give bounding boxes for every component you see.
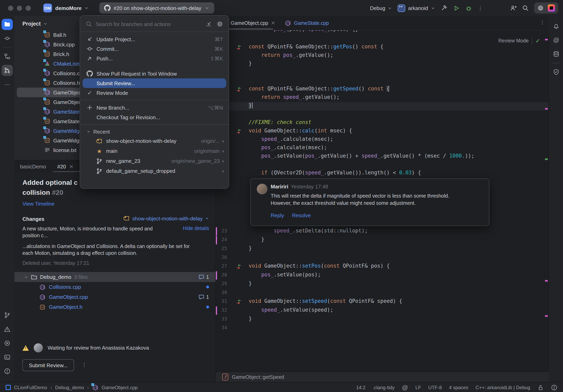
code-line[interactable] [216,68,549,77]
debug-config-selector[interactable]: Debug [370,5,392,11]
reply-link[interactable]: Reply [271,212,284,218]
code-line[interactable]: } [216,60,549,68]
settings-gear-icon[interactable] [537,5,544,11]
code-line[interactable]: 34 [216,324,549,332]
pr-file-GameObject.cpp[interactable]: CGameObject.cpp1 [14,292,216,302]
pr-file-GameObject.h[interactable]: HGameObject.h [14,302,216,312]
changed-lines-arrows-icon[interactable] [236,128,242,135]
code-line[interactable]: const QPointF& GameObject::getSpeed() co… [216,85,549,94]
resolve-link[interactable]: Resolve [292,212,311,218]
terminal-icon[interactable] [2,352,13,363]
services-icon[interactable] [2,338,13,349]
ai-assistant-icon[interactable]: @ [402,384,408,391]
ai-assistant-icon[interactable]: @ [550,34,562,46]
breadcrumb-item[interactable]: Debug_demo [55,385,84,390]
commit-icon[interactable] [2,33,13,44]
code-line[interactable]: return speed_.getValue(); [216,94,549,102]
pr-files-group-row[interactable]: Debug_demo 3 files 1 [14,272,216,282]
menu-item-update-project-[interactable]: Update Project...⌘T [80,34,229,44]
caret-position[interactable]: 14:2 [356,385,366,390]
gear-icon[interactable] [217,21,223,27]
close-icon[interactable]: ✕ [271,20,275,26]
notifications-bell-icon[interactable] [550,20,562,32]
menu-item-review-mode[interactable]: ✓Review Mode [80,88,229,98]
project-name[interactable]: demoMore [55,5,81,11]
menu-item-show-object-motion-with-delay[interactable]: show-object-motion-with-delayorigin/...› [80,136,229,146]
menu-item-show-pull-request-in-tool-window[interactable]: Show Pull Request in Tool Window [80,69,229,78]
indent-widget[interactable]: 4 spaces [449,385,468,390]
breadcrumbs[interactable]: CLionFullDemo›Debug_demo›CGameObject.cpp [0,384,138,391]
structure-icon[interactable] [2,51,13,62]
code-line[interactable]: if (QVector2D(speed_.getValue()).length(… [216,169,549,178]
code-line[interactable]: 27void GameObject::setPos(const QPointF&… [216,262,549,271]
code-line[interactable] [216,161,549,169]
code-line[interactable]: 29} [216,280,549,288]
editor-tab-GameState.cpp[interactable]: CGameState.cpp [280,16,334,30]
encoding-widget[interactable]: UTF-8 [428,385,442,390]
code-line[interactable]: pos_.setValue(pos_.getValue() + speed_.g… [216,152,549,161]
code-line[interactable]: //FIXME: check const [216,119,549,127]
menu-item-new-branch-[interactable]: New Branch...⌥⌘N [80,103,229,112]
code-line[interactable]: 23 speed_.setDelta(std::nullopt); [216,227,549,236]
git-branch-icon[interactable] [2,310,13,321]
branch-chip[interactable]: show-object-motion-with-delay [124,215,209,221]
build-hammer-icon[interactable] [441,5,447,11]
menu-search-row[interactable]: Search for branches and actions [80,19,229,29]
code-line[interactable]: 30 [216,289,549,297]
menu-item-new_game_23[interactable]: new_game_23origin/new_game_23› [80,156,229,166]
breadcrumb-item[interactable]: GameObject.cpp [102,385,138,390]
code-line[interactable]: pos_.calculate(msec); [216,144,549,152]
menu-item-default_game_setup_dropped[interactable]: default_game_setup_dropped› [80,166,229,176]
editor-kebab-icon[interactable]: ⋮ [540,19,545,25]
menu-item-commit-[interactable]: Commit...⌘K [80,44,229,54]
tool-tab-#20[interactable]: #20✕ [52,160,79,172]
open-in-window-icon[interactable] [205,21,212,27]
code-line[interactable]: 32 speed_.setValue(speed); [216,306,549,315]
run-play-icon[interactable] [453,5,460,12]
problems-icon[interactable] [2,366,13,377]
pr-file-Collisions.cpp[interactable]: CCollisions.cpp [14,282,216,292]
more-icon[interactable]: ⋯ [2,79,13,90]
changed-lines-arrows-icon[interactable] [236,44,242,50]
code-line[interactable] [216,110,549,119]
menu-item-main[interactable]: ★mainorigin/main› [80,146,229,156]
debug-bug-icon[interactable] [465,5,472,12]
problems-info-icon[interactable] [551,384,557,391]
submit-review-button[interactable]: Submit Review... [22,359,74,371]
more-actions-kebab-icon[interactable]: ⋮ [478,5,483,11]
tab-scrollbar[interactable] [226,28,273,30]
code-with-me-icon[interactable] [510,5,517,11]
review-kebab-icon[interactable]: ⋮ [82,362,87,368]
code-line[interactable] [216,77,549,85]
code-line[interactable]: 26 [216,254,549,262]
view-timeline-link[interactable]: View Timeline [22,201,54,207]
close-window-icon[interactable] [8,5,13,11]
editor-tab-GameObject.cpp[interactable]: GameObject.cpp✕ [226,16,280,30]
code-line[interactable]: 25} [216,245,549,253]
menu-item-checkout-tag-or-revision-[interactable]: Checkout Tag or Revision... [80,112,229,122]
hide-details-link[interactable]: Hide details [183,226,209,231]
code-line[interactable]: 33} [216,315,549,324]
jetbrains-ai-icon[interactable] [548,4,555,12]
branch-widget[interactable]: #20 on show-object-motion-with-delay [99,2,214,14]
database-icon[interactable] [550,49,562,60]
recent-section-header[interactable]: Recent [80,127,229,136]
minimize-window-icon[interactable] [17,5,22,11]
clang-tidy-widget[interactable]: .clang-tidy [373,385,395,390]
code-line[interactable]: void GameObject::calc(int msec) { [216,127,549,135]
breadcrumb-item[interactable]: CLionFullDemo [14,385,47,390]
warning-triangle-icon[interactable] [2,324,13,335]
code-line[interactable]: speed_.calculate(msec); [216,135,549,144]
search-placeholder[interactable]: Search for branches and actions [96,21,202,27]
line-ending-widget[interactable]: LF [415,385,421,390]
code-line[interactable]: return pos_.getValue(); [216,52,549,60]
maximize-window-icon[interactable] [26,5,31,11]
code-line[interactable]: 31void GameObject::setSpeed(const QPoint… [216,298,549,306]
changed-lines-arrows-icon[interactable] [236,264,242,270]
checkmark-icon[interactable]: ✓ [536,37,540,44]
qodana-shield-icon[interactable] [550,66,562,78]
project-folder-icon[interactable] [2,19,13,30]
unlock-icon[interactable] [537,384,544,391]
window-controls[interactable] [8,5,34,11]
resolve-context-widget[interactable]: C++: arkanoidLib | Debug [475,385,530,390]
